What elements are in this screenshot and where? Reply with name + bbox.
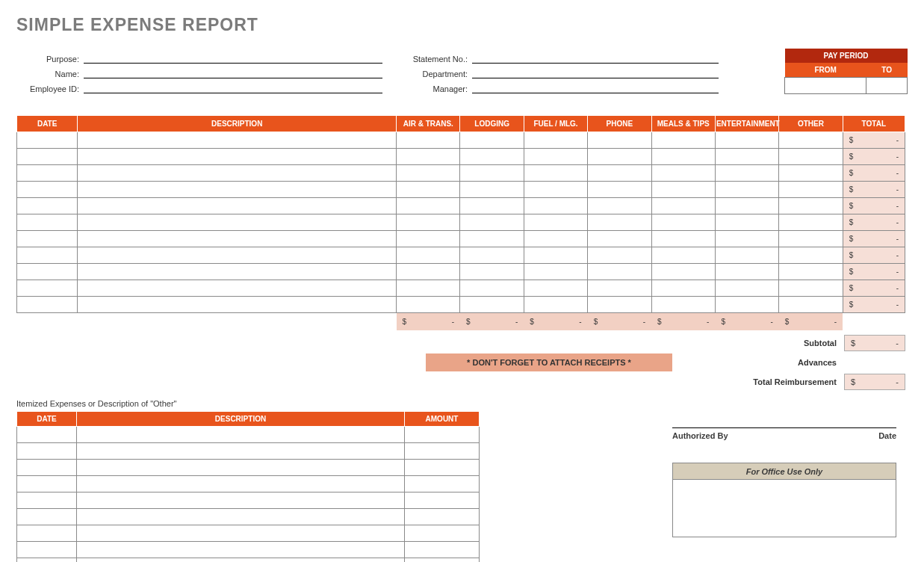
expense-cell[interactable] [715,230,778,247]
expense-cell[interactable] [524,132,587,148]
expense-cell[interactable] [78,164,397,181]
expense-cell[interactable] [524,164,587,181]
expense-cell[interactable] [78,247,397,263]
expense-cell[interactable] [588,132,651,148]
expense-cell[interactable] [588,247,651,263]
other-cell[interactable] [17,492,77,509]
expense-cell[interactable] [779,164,843,181]
expense-cell[interactable] [17,263,78,280]
employee-id-input[interactable] [84,81,382,93]
expense-cell[interactable] [779,263,843,280]
expense-cell[interactable] [715,164,778,181]
expense-cell[interactable] [17,230,78,247]
other-cell[interactable] [77,542,405,558]
expense-cell[interactable] [524,197,587,214]
expense-cell[interactable] [17,214,78,230]
expense-cell[interactable] [397,197,460,214]
expense-cell[interactable] [588,164,651,181]
expense-cell[interactable] [397,296,460,312]
expense-cell[interactable] [779,197,843,214]
expense-cell[interactable] [588,263,651,280]
expense-cell[interactable] [397,132,460,148]
expense-cell[interactable] [651,214,715,230]
expense-cell[interactable] [779,230,843,247]
expense-cell[interactable] [460,263,524,280]
expense-cell[interactable] [78,296,397,312]
other-cell[interactable] [17,509,77,525]
pay-period-to-input[interactable] [866,77,908,93]
other-cell[interactable] [405,509,480,525]
other-cell[interactable] [405,443,480,460]
expense-cell[interactable] [588,280,651,296]
expense-cell[interactable] [460,296,524,312]
expense-cell[interactable] [397,230,460,247]
expense-cell[interactable] [460,247,524,263]
expense-cell[interactable] [715,296,778,312]
expense-cell[interactable] [524,214,587,230]
expense-cell[interactable] [588,230,651,247]
other-cell[interactable] [17,542,77,558]
expense-cell[interactable] [397,280,460,296]
other-cell[interactable] [77,558,405,563]
expense-cell[interactable] [78,263,397,280]
expense-cell[interactable] [17,280,78,296]
expense-cell[interactable] [460,148,524,164]
expense-cell[interactable] [460,197,524,214]
expense-cell[interactable] [524,280,587,296]
department-input[interactable] [472,67,719,78]
expense-cell[interactable] [17,181,78,197]
expense-cell[interactable] [397,247,460,263]
expense-cell[interactable] [779,296,843,312]
expense-cell[interactable] [651,296,715,312]
expense-cell[interactable] [651,164,715,181]
other-cell[interactable] [405,525,480,542]
expense-cell[interactable] [78,181,397,197]
other-cell[interactable] [17,460,77,476]
expense-cell[interactable] [17,197,78,214]
expense-cell[interactable] [460,132,524,148]
expense-cell[interactable] [17,148,78,164]
other-cell[interactable] [77,476,405,492]
expense-cell[interactable] [715,263,778,280]
expense-cell[interactable] [397,214,460,230]
expense-cell[interactable] [78,197,397,214]
other-cell[interactable] [17,427,77,443]
expense-cell[interactable] [779,132,843,148]
expense-cell[interactable] [715,280,778,296]
purpose-input[interactable] [84,52,382,64]
expense-cell[interactable] [779,148,843,164]
expense-cell[interactable] [779,181,843,197]
expense-cell[interactable] [397,181,460,197]
expense-cell[interactable] [460,280,524,296]
expense-cell[interactable] [715,197,778,214]
other-cell[interactable] [17,558,77,563]
expense-cell[interactable] [397,148,460,164]
expense-cell[interactable] [651,148,715,164]
other-cell[interactable] [405,558,480,563]
expense-cell[interactable] [715,247,778,263]
other-cell[interactable] [405,476,480,492]
expense-cell[interactable] [588,296,651,312]
expense-cell[interactable] [651,197,715,214]
other-cell[interactable] [77,460,405,476]
expense-cell[interactable] [651,230,715,247]
other-cell[interactable] [77,525,405,542]
expense-cell[interactable] [17,247,78,263]
other-cell[interactable] [17,525,77,542]
other-cell[interactable] [17,443,77,460]
expense-cell[interactable] [78,132,397,148]
other-cell[interactable] [77,509,405,525]
statement-no-input[interactable] [472,52,719,64]
expense-cell[interactable] [397,263,460,280]
expense-cell[interactable] [651,132,715,148]
expense-cell[interactable] [78,230,397,247]
other-cell[interactable] [17,476,77,492]
expense-cell[interactable] [17,132,78,148]
expense-cell[interactable] [524,148,587,164]
name-input[interactable] [84,67,382,78]
expense-cell[interactable] [460,181,524,197]
expense-cell[interactable] [651,181,715,197]
expense-cell[interactable] [715,214,778,230]
expense-cell[interactable] [460,214,524,230]
other-cell[interactable] [405,542,480,558]
